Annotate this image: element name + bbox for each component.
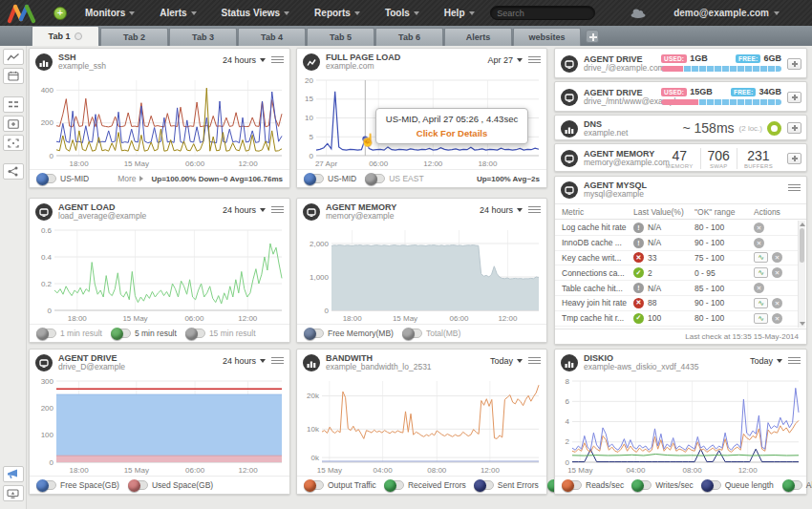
toggle-switch[interactable] [782, 480, 802, 490]
table-row[interactable]: Tmp cache hit r...✓10080 - 100∿✕ [555, 311, 798, 327]
tab-tab-5[interactable]: Tab 5 [307, 28, 374, 46]
time-range-selector[interactable]: 24 hours [223, 55, 266, 65]
toggle-switch[interactable] [631, 480, 652, 490]
time-range-selector[interactable]: 24 hours [223, 205, 266, 215]
sparkline-button[interactable]: ∿ [754, 252, 768, 263]
menu-alerts[interactable]: Alerts [147, 0, 208, 26]
time-range-selector[interactable]: Today [750, 356, 782, 366]
tab-tab-2[interactable]: Tab 2 [100, 28, 168, 46]
table-row[interactable]: Key cache hit r...✓10095 - 100∿✕ [555, 327, 798, 328]
sparkline-button[interactable]: ∿ [754, 267, 768, 278]
scroll-up-icon[interactable] [800, 223, 805, 226]
close-tab-icon[interactable] [75, 32, 82, 40]
table-scrollbar[interactable] [798, 221, 805, 328]
remove-metric-button[interactable]: ✕ [772, 298, 782, 308]
menu-help[interactable]: Help [432, 0, 487, 26]
toggle-switch[interactable] [36, 174, 56, 183]
tab-alerts[interactable]: Alerts [444, 28, 512, 46]
tab-tab-3[interactable]: Tab 3 [169, 28, 237, 46]
toggle-switch[interactable] [365, 174, 385, 183]
toggle-switch[interactable] [128, 480, 148, 490]
menu-monitors[interactable]: Monitors [73, 0, 147, 26]
toggle-output-traffic[interactable]: Output Traffic [304, 480, 376, 490]
scrollbar-thumb[interactable] [800, 228, 804, 263]
remove-metric-button[interactable]: ✕ [772, 252, 782, 263]
toggle-queue-length[interactable]: Queue length [701, 480, 774, 490]
widget-menu-icon[interactable] [528, 357, 541, 366]
announcements-button[interactable] [3, 466, 24, 482]
toggle-used-space-gb[interactable]: Used Space(GB) [128, 480, 213, 490]
load-chart[interactable]: 18:0015 May06:0012:0000.20.40.6 [32, 224, 288, 323]
expand-widget-button[interactable] [787, 153, 801, 164]
fullscreen-button[interactable] [3, 135, 24, 151]
table-row[interactable]: Log cache hit rate!N/A80 - 100✕ [555, 221, 798, 236]
cloud-icon[interactable] [630, 8, 647, 18]
expand-widget-button[interactable] [787, 58, 801, 70]
expand-widget-button[interactable] [787, 92, 801, 103]
tab-tab-6[interactable]: Tab 6 [375, 28, 443, 46]
widget-menu-icon[interactable] [271, 357, 284, 366]
share-button[interactable] [3, 163, 24, 180]
search-input[interactable] [497, 9, 609, 18]
toggle-switch[interactable] [304, 329, 324, 338]
toggle-switch[interactable] [111, 329, 131, 338]
diskio-chart[interactable]: 15 May04:0008:0012:0002468 [557, 375, 804, 475]
toggle-writes-sec[interactable]: Writes/sec [631, 480, 694, 490]
menu-status-views[interactable]: Status Views [209, 0, 303, 26]
toggle-total-mb[interactable]: Total(MB) [402, 329, 460, 338]
remove-metric-button[interactable]: ✕ [754, 223, 764, 233]
table-row[interactable]: Table cache hit...!N/A85 - 100✕ [555, 281, 798, 296]
widget-menu-icon[interactable] [271, 56, 284, 65]
toggle-switch[interactable] [384, 480, 404, 490]
toggle-us-east[interactable]: US EAST [365, 174, 423, 183]
widget-menu-icon[interactable] [528, 206, 541, 215]
tooltip-details-link[interactable]: Click For Details [380, 128, 524, 138]
toggle-switch[interactable] [36, 329, 56, 338]
user-menu[interactable]: demo@example.com [673, 8, 780, 18]
table-row[interactable]: Key cache writ...✕3375 - 100∿✕ [555, 251, 798, 266]
toggle-reads-sec[interactable]: Reads/sec [562, 480, 624, 490]
chart-tooltip[interactable]: US-MID, April 27 05:26 , 4.43sec Click F… [375, 108, 528, 144]
more-link[interactable]: More [118, 174, 142, 183]
toggle-1-min-result[interactable]: 1 min result [36, 329, 102, 338]
toggle-free-space-gb[interactable]: Free Space(GB) [36, 480, 119, 490]
list-view-button[interactable] [3, 96, 24, 113]
add-monitor-button[interactable]: + [53, 7, 67, 20]
time-range-selector[interactable]: 24 hours [480, 205, 523, 215]
toggle-switch[interactable] [185, 329, 205, 338]
scroll-down-icon[interactable] [800, 322, 805, 326]
screen-view-button[interactable] [3, 485, 24, 501]
table-row[interactable]: InnoDB cache ...!N/A90 - 100✕ [555, 236, 798, 251]
toggle-received-errors[interactable]: Received Errors [384, 480, 466, 490]
toggle-switch[interactable] [304, 174, 324, 183]
menu-tools[interactable]: Tools [373, 0, 432, 26]
remove-metric-button[interactable]: ✕ [754, 283, 764, 293]
table-row[interactable]: Heavy join hit rate✕8890 - 100∿✕ [555, 296, 798, 311]
menu-reports[interactable]: Reports [302, 0, 373, 26]
drive-space-chart[interactable]: 18:0015 May06:0012:000100200300 [32, 375, 288, 475]
add-tab-button[interactable] [586, 30, 599, 43]
toggle-all[interactable]: All [782, 480, 812, 490]
toggle-switch[interactable] [402, 329, 422, 338]
toggle-free-memory-mb[interactable]: Free Memory(MB) [304, 329, 394, 338]
toggle-15-min-result[interactable]: 15 min result [185, 329, 256, 338]
trend-chart-tool-button[interactable] [3, 49, 24, 65]
tab-websites[interactable]: websites [513, 28, 581, 46]
widget-menu-icon[interactable] [528, 56, 541, 65]
toggle-switch[interactable] [36, 480, 56, 490]
remove-metric-button[interactable]: ✕ [772, 267, 782, 278]
tab-tab-4[interactable]: Tab 4 [238, 28, 306, 46]
time-range-selector[interactable]: 24 hours [223, 356, 266, 366]
sparkline-button[interactable]: ∿ [754, 313, 768, 324]
widget-menu-icon[interactable] [271, 206, 284, 215]
add-widget-button[interactable] [3, 116, 24, 132]
time-range-selector[interactable]: Today [490, 356, 523, 366]
expand-widget-button[interactable] [787, 122, 801, 134]
remove-metric-button[interactable]: ✕ [754, 238, 764, 248]
toggle-switch[interactable] [562, 480, 582, 490]
widget-menu-icon[interactable] [788, 184, 801, 193]
remove-metric-button[interactable]: ✕ [772, 313, 782, 324]
sparkline-button[interactable]: ∿ [754, 298, 768, 308]
date-selector[interactable]: Apr 27 [487, 55, 523, 65]
bandwidth-chart[interactable]: 15 May04:0008:0012:000k10k20k [299, 375, 545, 475]
